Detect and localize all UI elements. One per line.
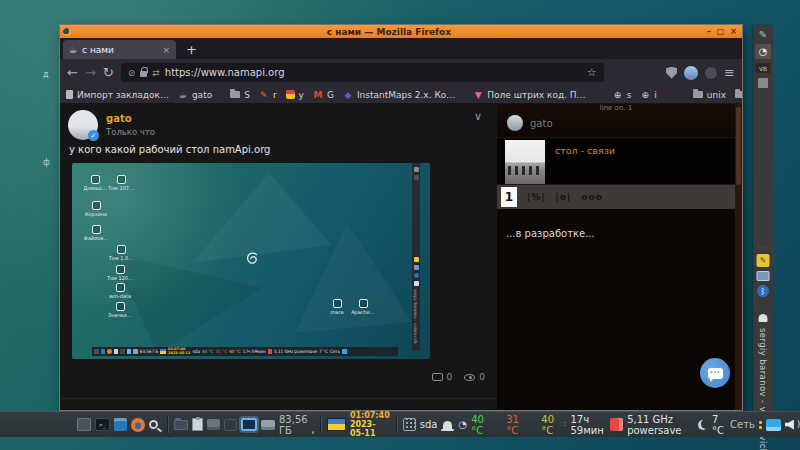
account-avatar[interactable] (684, 66, 698, 80)
page-scrollbar[interactable] (735, 104, 742, 410)
sidebar-link[interactable]: стол - связи (555, 145, 615, 156)
url-text[interactable]: https://www.namapi.org (165, 67, 582, 78)
post-text: у кого какой рабочий стол namApi.org (69, 144, 270, 155)
post-image-desktop-screenshot[interactable]: Домаш… Том 107… Корзина Файлов… Том 1.0…… (72, 163, 430, 359)
firefox-icon[interactable] (131, 418, 145, 432)
uptime: 17ч 59мин (570, 414, 606, 436)
indicator-dots (759, 421, 762, 429)
folder-icon (735, 91, 742, 98)
bookmark-gmail[interactable]: MG (313, 90, 334, 100)
sidebar-author[interactable]: gato (530, 118, 553, 129)
page-number[interactable]: 1 (501, 187, 517, 207)
camera-icon[interactable] (757, 301, 769, 310)
tracking-blocked-icon[interactable]: ⊘ (128, 68, 136, 78)
bookmark-folder-unix[interactable]: unix (693, 90, 726, 100)
chevron-down-icon[interactable]: ∨ (474, 110, 482, 123)
weather-temperature: 7 °C (712, 414, 726, 436)
bookmark-globe-s[interactable]: ⊕s (613, 90, 632, 100)
screenshot-icon-badges: Значки… (107, 302, 133, 318)
feed-divider (60, 398, 497, 399)
screenshot-icon-volume3: Том 120… (107, 265, 133, 281)
url-bar[interactable]: ⊘ ⇄ https://www.namapi.org ☆ (121, 63, 604, 82)
lock-icon[interactable] (140, 71, 147, 77)
hamburger-menu-icon[interactable]: ≡ (724, 65, 735, 80)
bookmark-y[interactable]: y (286, 90, 304, 100)
pager-control-zero[interactable]: |o| (556, 192, 572, 202)
mini-icon (133, 349, 138, 354)
tab-close-icon[interactable]: × (162, 45, 170, 55)
extensions-icon[interactable] (705, 67, 717, 79)
reload-button[interactable]: ↻ (103, 66, 114, 79)
mini-icon (120, 349, 125, 354)
bookmark-instantmaps[interactable]: ◆InstantMaps 2.x. Ко… (343, 90, 455, 100)
bluetooth-icon[interactable]: ᛒ (757, 285, 769, 297)
bookmark-barcode[interactable]: ▼Поле штрих код. П… (473, 90, 585, 100)
screenshot-icon-home: Домаш… (82, 175, 108, 191)
temperature-3: 40 °C (541, 414, 559, 436)
bookmark-gato[interactable]: ☕gato (178, 90, 212, 100)
disk-icon[interactable] (261, 420, 275, 430)
bell-icon[interactable] (759, 314, 768, 322)
window-list-icon[interactable] (77, 418, 91, 431)
virtualbox-icon[interactable]: VB (756, 63, 771, 73)
notification-bell-icon[interactable] (443, 421, 452, 429)
sensor-clock-icon: ◔ (458, 419, 467, 430)
mini-icon (342, 349, 347, 354)
link-thumbnail[interactable] (505, 140, 545, 184)
sidebar-avatar[interactable] (507, 115, 523, 131)
wallpaper-polygon (112, 253, 262, 353)
app-icon[interactable] (224, 419, 237, 431)
tab-s-nami[interactable]: ☕ с нами × (63, 40, 176, 59)
grid-applet-icon[interactable] (403, 418, 416, 431)
new-tab-button[interactable]: + (186, 40, 197, 59)
chat-button[interactable]: ··· (700, 358, 730, 388)
permissions-icon[interactable]: ⇄ (152, 68, 160, 78)
tab-title: с нами (82, 45, 157, 55)
debian-swirl-logo (244, 251, 260, 267)
shield-icon[interactable] (666, 67, 677, 79)
pager-control-more[interactable]: ooo (581, 192, 603, 202)
mini-icon (101, 349, 106, 354)
document-icon (66, 90, 73, 99)
speaker-icon[interactable] (785, 420, 794, 430)
pager-control-percent[interactable]: |%| (527, 192, 546, 202)
bookmark-star-icon[interactable]: ☆ (587, 66, 597, 79)
globe-icon: ⊕ (613, 90, 623, 100)
editor-icon[interactable]: ✎ (757, 254, 770, 267)
forward-button[interactable]: → (85, 66, 96, 79)
back-button[interactable]: ← (67, 66, 78, 79)
desktop-icon-label-partial-2: ф (43, 158, 50, 167)
date: 2023-05-11 (350, 420, 390, 438)
window-titlebar[interactable]: с нами — Mozilla Firefox –□× (60, 25, 742, 38)
bookmark-folder-xxx[interactable]: xxx (735, 90, 742, 100)
bookmark-import[interactable]: Импорт закладок… (66, 90, 169, 100)
ukraine-flag-icon[interactable] (327, 418, 346, 431)
comments-counter[interactable]: 0 (432, 372, 453, 382)
workspace-icon[interactable] (758, 78, 768, 88)
maximize-button[interactable]: □ (717, 28, 725, 36)
clipboard-icon[interactable] (192, 418, 203, 431)
archive-icon[interactable] (207, 419, 220, 430)
display-applet-icon[interactable] (766, 419, 781, 431)
clock-applet-icon[interactable]: ◔ (755, 44, 771, 59)
scrollbar-thumb[interactable] (736, 107, 741, 185)
pen-icon[interactable]: ✎ (759, 29, 767, 40)
folder-icon[interactable] (174, 420, 188, 430)
bookmark-folder-s[interactable]: S (230, 90, 250, 100)
close-button[interactable]: × (730, 28, 737, 36)
file-manager-icon[interactable] (114, 418, 127, 431)
post-author[interactable]: gato (106, 113, 132, 124)
sidebar-link-card[interactable]: стол - связи (497, 137, 735, 185)
bookmark-globe-i[interactable]: ⊕i (640, 90, 657, 100)
gmail-icon: M (313, 90, 323, 100)
bookmark-r[interactable]: ✎r (259, 90, 277, 100)
terminal-icon[interactable]: >_ (95, 418, 110, 431)
minimize-button[interactable]: – (707, 28, 711, 36)
network-label[interactable]: Сеть (730, 419, 755, 430)
screenshot-icon-volume2: Том 1.0… (108, 245, 134, 261)
clock-applet[interactable]: 01:07:402023-05-11 (350, 411, 390, 439)
cpu-frequency-icon[interactable] (610, 418, 623, 431)
monitor-icon[interactable] (241, 418, 257, 431)
displays-icon[interactable] (757, 271, 770, 281)
search-icon[interactable] (149, 420, 158, 429)
